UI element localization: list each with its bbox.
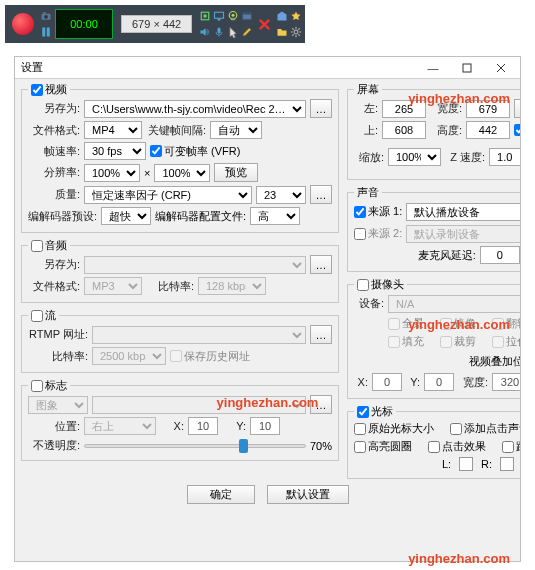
star-icon[interactable] (290, 10, 302, 22)
video-saveas-select[interactable]: C:\Users\www.th-sjy.com\video\Rec 2… (84, 100, 306, 118)
screen-width-input[interactable] (466, 100, 510, 118)
timer-led: 00:00 (55, 9, 113, 39)
source2-checkbox[interactable] (354, 228, 366, 240)
speaker-icon[interactable] (199, 26, 211, 38)
quality-select[interactable]: 恒定速率因子 (CRF) (84, 186, 252, 204)
logo-x-input (188, 417, 218, 435)
stream-bitrate-select: 2500 kbps (92, 347, 166, 365)
screen-top-input[interactable] (382, 121, 426, 139)
cursor-group: 光标 原始光标大小添加点击声音效果 高亮圆圈点击效果跟踪跟踪 L:R: (347, 411, 520, 479)
rtmp-more-button[interactable]: … (310, 325, 332, 344)
res-h-select[interactable]: 100% (154, 164, 210, 182)
vfr-checkbox[interactable] (150, 145, 162, 157)
camera-group: 摄像头 设备:N/A预览 全景镜像翻转 填充裁剪拉伸 视频叠加位置:右下 X:Y… (347, 284, 520, 399)
sound-group: 声音 来源 1:默认播放设备… 来源 2:默认录制设备… 麦克风延迟:ms (347, 192, 520, 272)
titlebar: 设置 — (15, 57, 520, 79)
clickfx-checkbox[interactable] (428, 441, 440, 453)
logo-group: 标志 图象… 位置:右上X:Y: 不透明度:70% (21, 385, 339, 461)
stream-enable-checkbox[interactable] (31, 310, 43, 322)
minimize-button[interactable]: — (416, 57, 450, 79)
res-w-select[interactable]: 100% (84, 164, 140, 182)
tag-icon[interactable] (276, 10, 288, 22)
logo-y-input (250, 417, 280, 435)
svg-point-14 (294, 30, 298, 34)
cam-mirror-checkbox (440, 318, 452, 330)
video-saveas-browse-button[interactable]: … (310, 99, 332, 118)
audio-saveas-browse-button[interactable]: … (310, 255, 332, 274)
audio-format-select: MP3 (84, 277, 142, 295)
window-icon[interactable] (241, 10, 253, 22)
screen-height-input[interactable] (466, 121, 510, 139)
select-region-button[interactable]: 选择区域 (514, 99, 520, 118)
cam-w-input (492, 373, 520, 391)
audio-saveas-select (84, 256, 306, 274)
settings-window: 设置 — 视频 另存为:C:\Users\www.th-sjy.com\vide… (14, 56, 521, 562)
right-color-swatch[interactable] (500, 457, 514, 471)
monitor-icon[interactable] (213, 10, 225, 22)
cam-crop-checkbox (440, 336, 452, 348)
camera-icon[interactable] (40, 10, 52, 22)
webcam-icon[interactable] (227, 10, 239, 22)
logo-path-select (92, 396, 306, 414)
maximize-button[interactable] (450, 57, 484, 79)
cam-flip-checkbox (492, 318, 504, 330)
svg-rect-2 (43, 12, 46, 14)
svg-rect-13 (243, 12, 252, 14)
logo-browse-button[interactable]: … (310, 395, 332, 414)
svg-rect-8 (218, 19, 221, 21)
cam-full-checkbox (388, 318, 400, 330)
audio-bitrate-select: 128 kbps (198, 277, 266, 295)
stream-group: 流 RTMP 网址:… 比特率:2500 kbps保存历史网址 (21, 315, 339, 373)
rtmp-select (92, 326, 306, 344)
record-button[interactable] (7, 7, 39, 41)
gear-icon[interactable] (290, 26, 302, 38)
pause-icon[interactable] (40, 26, 52, 38)
quality-more-button[interactable]: … (310, 185, 332, 204)
screen-group: 屏幕 左:宽度:选择区域 上:高度:区域框架 缩放:100%Z 速度:1.0GP… (347, 89, 520, 180)
audio-enable-checkbox[interactable] (31, 240, 43, 252)
preset-select[interactable]: 超快 (101, 207, 151, 225)
cursor-enable-checkbox[interactable] (357, 406, 369, 418)
logo-pos-select: 右上 (84, 417, 156, 435)
mic-icon[interactable] (213, 26, 225, 38)
ok-button[interactable]: 确定 (187, 485, 255, 504)
defaults-button[interactable]: 默认设置 (267, 485, 349, 504)
history-checkbox (170, 350, 182, 362)
zspeed-select[interactable]: 1.0 (489, 148, 520, 166)
cam-y-input (424, 373, 454, 391)
click-sound-checkbox[interactable] (450, 423, 462, 435)
opacity-slider[interactable] (84, 444, 306, 448)
keyframe-select[interactable]: 自动 (210, 121, 262, 139)
camera-enable-checkbox[interactable] (357, 279, 369, 291)
fps-select[interactable]: 30 fps (84, 142, 146, 160)
left-color-swatch[interactable] (459, 457, 473, 471)
window-title: 设置 (21, 60, 43, 75)
chip-icon[interactable] (199, 10, 211, 22)
logo-type-select: 图象 (28, 396, 88, 414)
orig-cursor-checkbox[interactable] (354, 423, 366, 435)
scale-select[interactable]: 100% (388, 148, 441, 166)
logo-enable-checkbox[interactable] (31, 380, 43, 392)
pencil-icon[interactable] (241, 26, 253, 38)
svg-rect-15 (463, 64, 471, 72)
source2-select: 默认录制设备 (406, 225, 520, 243)
mic-delay-input[interactable] (480, 246, 520, 264)
svg-rect-7 (215, 12, 224, 18)
video-enable-checkbox[interactable] (31, 84, 43, 96)
crf-select[interactable]: 23 (256, 186, 306, 204)
folder-icon[interactable] (276, 26, 288, 38)
video-format-select[interactable]: MP4 (84, 121, 142, 139)
preview-button[interactable]: 预览 (214, 163, 258, 182)
screen-left-input[interactable] (382, 100, 426, 118)
close-red-icon[interactable] (257, 17, 272, 32)
region-frame-checkbox[interactable] (514, 124, 520, 136)
track-checkbox[interactable]: 跟踪 (502, 441, 514, 453)
close-button[interactable] (484, 57, 518, 79)
recorder-toolbar: 00:00 679 × 442 (5, 5, 305, 43)
dimensions-display: 679 × 442 (121, 15, 192, 33)
source1-checkbox[interactable] (354, 206, 366, 218)
profile-select[interactable]: 高 (250, 207, 300, 225)
source1-select[interactable]: 默认播放设备 (406, 203, 520, 221)
highlight-checkbox[interactable] (354, 441, 366, 453)
cursor-icon[interactable] (227, 26, 239, 38)
